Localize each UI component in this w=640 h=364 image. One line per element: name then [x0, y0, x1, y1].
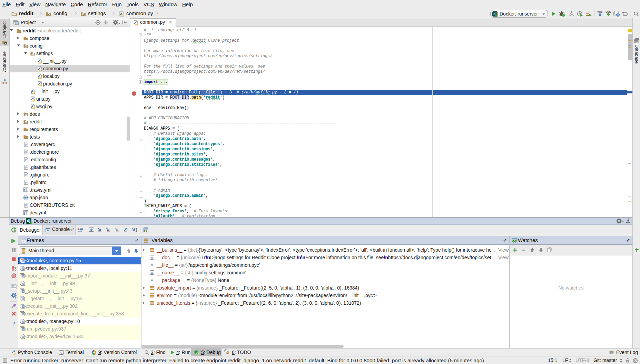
svg-text:s: s: [23, 240, 25, 243]
svg-text:88: 88: [151, 256, 154, 259]
svg-text:JSON: JSON: [23, 196, 29, 199]
svg-text:?: ?: [12, 321, 15, 326]
svg-text:88: 88: [151, 272, 154, 274]
svg-text:VCS: VCS: [597, 10, 602, 13]
svg-text:88: 88: [151, 264, 154, 266]
svg-text:88: 88: [151, 279, 154, 282]
